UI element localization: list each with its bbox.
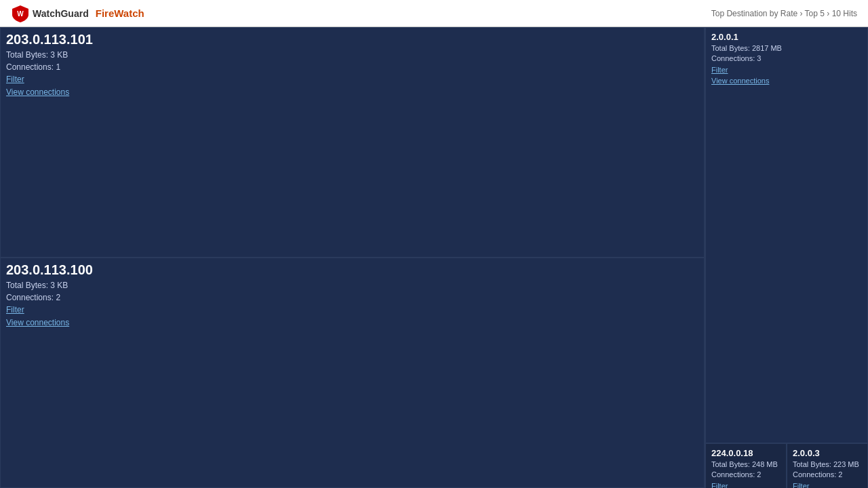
logo-area: W WatchGuard FireWatch <box>11 4 144 23</box>
tile-rbl-filter[interactable]: Filter <box>711 481 781 488</box>
tile-right-bottom-right: 2.0.0.3 Total Bytes: 223 MB Connections:… <box>787 443 868 488</box>
tile-left-bottom-connections: Connections: 2 <box>6 291 698 304</box>
tile-rbr-filter[interactable]: Filter <box>793 481 862 488</box>
watchguard-logo: W WatchGuard <box>11 4 89 23</box>
tile-left-bottom-filter[interactable]: Filter <box>6 304 698 317</box>
right-bottom: 224.0.0.18 Total Bytes: 248 MB Connectio… <box>705 443 868 488</box>
tile-left-bottom-bytes: Total Bytes: 3 KB <box>6 279 698 291</box>
tile-left-bottom: 203.0.113.100 Total Bytes: 3 KB Connecti… <box>0 258 705 488</box>
tile-right-top-view-connections[interactable]: View connections <box>711 75 862 87</box>
tile-right-top: 2.0.0.1 Total Bytes: 2817 MB Connections… <box>705 27 868 443</box>
tile-right-top-ip: 2.0.0.1 <box>711 32 862 42</box>
tile-rbr-connections: Connections: 2 <box>793 470 862 480</box>
main-treemap: 203.0.113.101 Total Bytes: 3 KB Connecti… <box>0 27 868 488</box>
tile-rbr-bytes: Total Bytes: 223 MB <box>793 460 862 470</box>
logo-text: WatchGuard <box>33 8 89 19</box>
tile-left-bottom-ip: 203.0.113.100 <box>6 262 698 278</box>
header: W WatchGuard FireWatch Top Destination b… <box>0 0 868 27</box>
tile-rbl-bytes: Total Bytes: 248 MB <box>711 460 781 470</box>
tile-left-top-ip: 203.0.113.101 <box>6 32 698 47</box>
tile-left-top: 203.0.113.101 Total Bytes: 3 KB Connecti… <box>0 27 705 258</box>
tile-left-top-view-connections[interactable]: View connections <box>6 86 698 99</box>
breadcrumb: Top Destination by Rate › Top 5 › 10 Hit… <box>711 9 857 18</box>
tile-right-top-connections: Connections: 3 <box>711 54 862 64</box>
left-panel: 203.0.113.101 Total Bytes: 3 KB Connecti… <box>0 27 705 488</box>
tile-rbl-ip: 224.0.0.18 <box>711 448 781 458</box>
tile-left-top-bytes: Total Bytes: 3 KB <box>6 49 698 61</box>
tile-right-top-filter[interactable]: Filter <box>711 64 862 76</box>
shield-icon: W <box>11 4 30 23</box>
tile-left-bottom-view-connections[interactable]: View connections <box>6 317 698 329</box>
tile-left-top-connections: Connections: 1 <box>6 61 698 73</box>
tile-left-top-filter[interactable]: Filter <box>6 73 698 86</box>
app-title: FireWatch <box>96 7 144 19</box>
right-panel: 2.0.0.1 Total Bytes: 2817 MB Connections… <box>705 27 868 488</box>
tile-rbr-ip: 2.0.0.3 <box>793 448 862 458</box>
tile-right-top-bytes: Total Bytes: 2817 MB <box>711 43 862 54</box>
svg-text:W: W <box>17 10 24 18</box>
tile-right-bottom-left: 224.0.0.18 Total Bytes: 248 MB Connectio… <box>705 443 787 488</box>
tile-rbl-connections: Connections: 2 <box>711 470 781 480</box>
